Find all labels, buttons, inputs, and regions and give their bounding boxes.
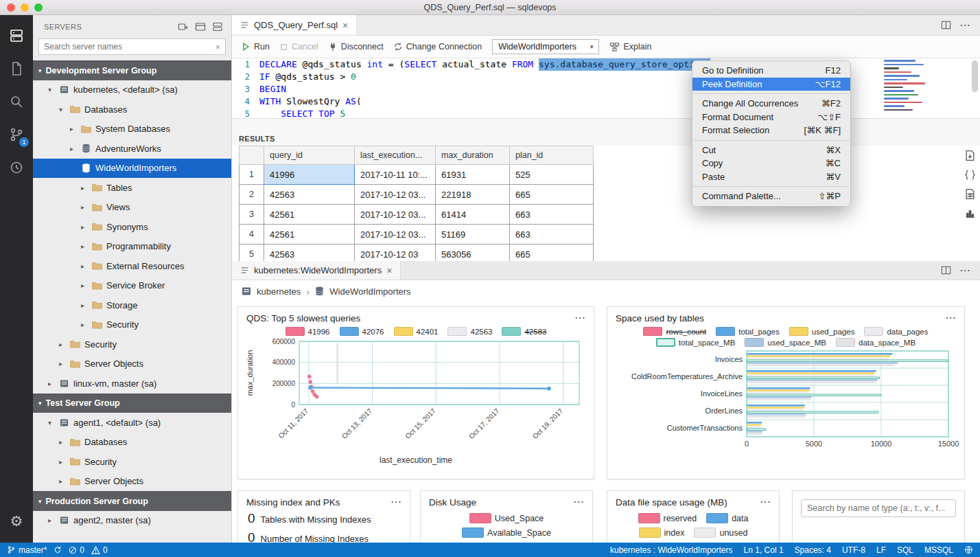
more-options-icon[interactable]: ⋯ [390,497,401,508]
tree-item-adventureworks[interactable]: ▸AdventureWorks [33,139,231,159]
search-servers-input[interactable] [44,42,215,52]
column-header-last-execution[interactable]: last_execution... [355,146,436,165]
grid-cell[interactable]: 665 [510,185,594,205]
grid-cell[interactable]: 2017-10-12 03 [355,245,436,262]
minimize-window-button[interactable] [21,3,29,12]
legend-item-reserved[interactable]: reserved [638,513,697,523]
split-editor-icon[interactable] [941,265,951,275]
tree-item-synonyms[interactable]: ▸Synonyms [33,217,231,237]
expand-arrow-icon[interactable]: ▸ [78,203,87,211]
clear-search-icon[interactable]: × [215,42,220,52]
expand-arrow-icon[interactable]: ▸ [67,145,76,152]
legend-item-total-pages[interactable]: total_pages [716,327,779,336]
add-connection-icon[interactable] [178,21,189,32]
legend-item-used-space-mb[interactable]: used_space_MB [745,338,826,347]
legend-item-data-pages[interactable]: data_pages [864,327,928,336]
grid-cell[interactable]: 525 [510,165,594,185]
grid-cell[interactable]: 41996 [264,165,355,185]
connection-status[interactable]: kubernetes : WideWorldImporters [610,545,733,555]
grid-cell[interactable]: 42561 [264,225,355,245]
grid-cell[interactable]: 663 [510,205,594,225]
column-header-plan-id[interactable]: plan_id [510,146,594,165]
explain-button[interactable]: Explain [607,42,653,52]
save-as-csv-icon[interactable] [964,150,976,161]
activity-tasks-button[interactable] [0,52,33,85]
grid-cell[interactable]: 2017-10-11 10:... [355,165,436,185]
git-branch-status[interactable]: master* [7,545,47,555]
row-number[interactable]: 2 [240,185,264,205]
tree-item-agent2-master-sa[interactable]: ▸agent2, master (sa) [33,511,231,531]
row-number[interactable]: 4 [240,225,264,245]
grid-cell[interactable]: 2017-10-12 03... [355,205,436,225]
expand-arrow-icon[interactable]: ▸ [78,282,87,289]
expand-arrow-icon[interactable]: ▸ [56,458,65,466]
errors-status[interactable]: 0 [69,545,84,555]
server-group-development-server-group[interactable]: ▾Development Server Group [33,60,231,80]
code-line[interactable]: 5 SELECT TOP 5 [232,108,980,118]
cursor-position[interactable]: Ln 1, Col 1 [744,545,784,555]
more-options-icon[interactable]: ⋯ [945,312,956,323]
tree-item-security[interactable]: ▸Security [33,334,231,354]
tab-kubernetes-wideworldimporters[interactable]: kubernetes:WideWorldImporters × [232,261,401,280]
change-connection-button[interactable]: Change Connection [391,42,485,52]
activity-history-button[interactable] [0,151,33,184]
row-number[interactable]: 5 [240,245,264,262]
close-window-button[interactable] [7,3,15,12]
menu-item-format-selection[interactable]: Format Selection[⌘K ⌘F] [692,124,850,137]
encoding-status[interactable]: UTF-8 [842,545,865,555]
view-as-chart-icon[interactable] [964,207,976,219]
tree-item-external-resources[interactable]: ▸External Resources [33,256,231,276]
legend-item-available-space[interactable]: Available_Space [462,527,551,538]
server-group-test-server-group[interactable]: ▾Test Server Group [33,394,231,413]
grid-cell[interactable]: 665 [510,245,594,262]
breadcrumb-server[interactable]: kubernetes [257,286,301,297]
save-as-excel-icon[interactable] [964,188,976,200]
warnings-status[interactable]: 0 [91,545,108,555]
expand-arrow-icon[interactable]: ▸ [56,477,65,485]
tree-item-server-objects[interactable]: ▸Server Objects [33,472,231,492]
expand-arrow-icon[interactable]: ▸ [78,262,87,270]
language-status[interactable]: SQL [897,545,913,555]
activity-servers-button[interactable] [0,19,33,52]
grid-cell[interactable]: 51169 [436,225,510,245]
expand-arrow-icon[interactable]: ▾ [45,86,54,93]
more-actions-icon[interactable]: ⋯ [959,265,970,276]
tree-item-programmability[interactable]: ▸Programmability [33,237,231,257]
menu-item-paste[interactable]: Paste⌘V [692,170,850,184]
menu-item-change-all-occurrences[interactable]: Change All Occurrences⌘F2 [692,97,850,111]
tree-item-system-databases[interactable]: ▸System Databases [33,120,231,139]
save-as-json-icon[interactable] [964,169,976,181]
expand-arrow-icon[interactable]: ▸ [78,242,87,250]
expand-arrow-icon[interactable]: ▸ [45,516,54,524]
legend-item-data[interactable]: data [706,513,748,523]
close-icon[interactable]: × [386,265,392,276]
expand-arrow-icon[interactable]: ▸ [78,302,87,309]
legend-item-unused[interactable]: unused [694,527,747,538]
activity-source-control-button[interactable]: 1 [0,118,33,151]
settings-button[interactable]: ⚙ [0,504,33,537]
tree-item-kubernetes-default-sa[interactable]: ▾kubernetes, <default> (sa) [33,80,231,100]
expand-arrow-icon[interactable]: ▸ [78,223,87,231]
expand-arrow-icon[interactable]: ▸ [56,341,65,348]
more-options-icon[interactable]: ⋯ [574,312,585,323]
connection-dropdown[interactable]: WideWorldImporters ▾ [492,39,599,54]
maximize-window-button[interactable] [34,3,43,12]
provider-status[interactable]: MSSQL [924,545,953,555]
expand-arrow-icon[interactable]: ▸ [56,360,65,367]
code-line[interactable]: 4WITH SlowestQry AS( [232,95,980,108]
grid-cell[interactable]: 663 [510,225,594,245]
menu-item-copy[interactable]: Copy⌘C [692,157,850,170]
tree-item-storage[interactable]: ▸Storage [33,295,231,315]
active-connections-icon[interactable] [212,21,223,32]
legend-item-rows-count[interactable]: rows_count [643,327,706,336]
grid-cell[interactable]: 221918 [436,185,510,205]
legend-item-42563[interactable]: 42563 [447,327,492,336]
expand-arrow-icon[interactable]: ▸ [67,125,76,133]
grid-cell[interactable]: 61414 [436,205,510,225]
tree-item-linux-vm-master-sa[interactable]: ▸linux-vm, master (sa) [33,374,231,394]
split-editor-icon[interactable] [941,20,951,30]
sync-button[interactable] [54,546,62,554]
activity-search-button[interactable] [0,85,33,118]
expand-arrow-icon[interactable]: ▾ [56,106,65,113]
tree-item-databases[interactable]: ▸Databases [33,433,231,453]
